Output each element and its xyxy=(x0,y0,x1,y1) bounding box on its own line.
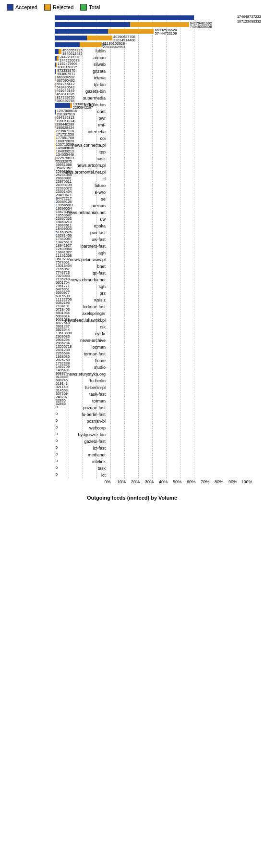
grid-line xyxy=(110,426,111,431)
grid-line xyxy=(138,170,139,176)
grid-line xyxy=(152,446,153,452)
grid-line xyxy=(152,352,153,357)
grid-line xyxy=(124,69,125,75)
grid-line xyxy=(110,197,111,202)
grid-line xyxy=(55,318,55,324)
bar-values: 0 xyxy=(56,426,58,429)
grid-line xyxy=(166,251,167,256)
grid-line xyxy=(110,453,111,458)
grid-line xyxy=(96,338,97,344)
table-row: ipartners-fast1894192712639864 xyxy=(55,243,219,250)
grid-line xyxy=(138,136,139,142)
grid-line xyxy=(180,143,180,149)
bar-section: 0 xyxy=(55,459,194,465)
legend-item: Accepted xyxy=(7,4,37,11)
grid-line xyxy=(194,257,194,263)
table-row: newsfeed.lukawski.pl90612334977543 xyxy=(55,317,219,324)
bar-section: 79517716476351 xyxy=(55,284,194,290)
grid-line xyxy=(69,439,69,445)
table-row: gazeta-bin461646149461841826 xyxy=(55,88,219,95)
grid-line xyxy=(83,230,83,236)
grid-line xyxy=(194,89,194,95)
bar-section: 29062942906294 xyxy=(55,338,194,344)
grid-line xyxy=(96,432,97,438)
grid-line xyxy=(194,230,194,236)
grid-line xyxy=(194,237,194,243)
x-axis-label: 20% xyxy=(131,479,140,484)
grid-line xyxy=(55,311,55,317)
bar-section: 14927091485491 xyxy=(55,365,194,371)
grid-line xyxy=(180,325,180,330)
grid-line xyxy=(138,318,139,324)
x-axis-label: 10% xyxy=(117,479,126,484)
grid-line xyxy=(83,69,83,75)
table-row: atman24422389012442230078 xyxy=(55,55,219,61)
grid-line xyxy=(96,136,97,142)
grid-line xyxy=(180,426,180,431)
bar-accepted xyxy=(55,22,130,27)
table-row: lublin45665573253840612485 xyxy=(55,48,219,54)
grid-line xyxy=(96,190,97,196)
bar-values: 0 xyxy=(56,453,58,456)
grid-line xyxy=(166,150,167,155)
grid-line xyxy=(110,176,111,182)
x-axis-label: 90% xyxy=(228,479,237,484)
grid-line xyxy=(166,311,167,317)
legend-item: Total xyxy=(80,4,100,11)
bar-section: 461646149461841826 xyxy=(55,89,194,95)
grid-line xyxy=(83,459,83,465)
grid-line xyxy=(110,459,111,465)
grid-line xyxy=(69,459,69,465)
grid-line xyxy=(138,190,139,196)
bar-section: 1999361118409503 xyxy=(55,224,194,229)
grid-line xyxy=(124,311,125,317)
bar-section: 6690253662457444723159 xyxy=(55,28,194,34)
grid-line xyxy=(166,109,167,115)
grid-line xyxy=(124,298,125,303)
grid-line xyxy=(124,372,125,377)
x-axis-label: 0% xyxy=(104,479,110,484)
grid-line xyxy=(138,129,139,135)
grid-line xyxy=(138,197,139,202)
grid-line xyxy=(124,136,125,142)
grid-line xyxy=(124,466,125,472)
grid-line xyxy=(55,453,55,458)
grid-line xyxy=(166,419,167,425)
grid-line xyxy=(194,42,194,48)
table-row: home20267501732388 xyxy=(55,358,219,364)
grid-line xyxy=(124,271,125,277)
table-row: ict0 xyxy=(55,472,219,478)
bar-section: 0 xyxy=(55,412,194,418)
grid-line xyxy=(166,230,167,236)
grid-line xyxy=(110,156,111,162)
bar-values: 817239720390492764 xyxy=(57,96,75,103)
grid-line xyxy=(69,426,69,431)
grid-line xyxy=(194,405,194,411)
grid-line xyxy=(83,318,83,324)
grid-line xyxy=(96,156,97,162)
grid-line xyxy=(152,49,153,54)
grid-line xyxy=(166,163,167,169)
grid-line xyxy=(83,170,83,176)
grid-line xyxy=(138,352,139,357)
grid-line xyxy=(166,459,167,465)
grid-line xyxy=(152,432,153,438)
grid-line xyxy=(124,96,125,101)
legend-color xyxy=(80,4,87,11)
grid-line xyxy=(138,405,139,411)
grid-line xyxy=(55,345,55,351)
bar-value-rejected: 74048039508 xyxy=(190,25,212,29)
chart-container: AcceptedRejectedTotal atman-bin174648737… xyxy=(0,0,264,515)
bar-value-accepted: 0 xyxy=(56,459,58,463)
bar-section: 177851708166872820 xyxy=(55,136,194,142)
grid-line xyxy=(194,69,194,75)
grid-line xyxy=(110,143,111,149)
grid-line xyxy=(166,291,167,297)
grid-line xyxy=(96,453,97,458)
grid-line xyxy=(194,62,194,68)
grid-line xyxy=(55,325,55,330)
grid-line xyxy=(96,352,97,357)
grid-line xyxy=(110,372,111,377)
grid-line xyxy=(124,331,125,337)
grid-line xyxy=(194,183,194,189)
